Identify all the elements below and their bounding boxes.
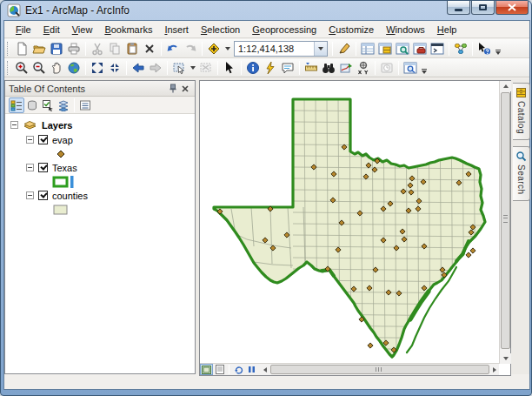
collapse-icon[interactable] — [26, 191, 34, 199]
tab-search[interactable]: Search — [513, 146, 530, 201]
list-by-visibility-button[interactable] — [40, 97, 56, 113]
scale-combobox[interactable]: 1:12,414,138 — [234, 41, 328, 57]
menu-bookmarks[interactable]: Bookmarks — [98, 23, 158, 37]
list-by-selection-button[interactable] — [56, 97, 71, 113]
fixed-zoom-out-button[interactable] — [106, 59, 123, 77]
find-button[interactable] — [320, 59, 337, 77]
go-forward-extent-button[interactable] — [147, 59, 164, 77]
counties-visibility-checkbox[interactable] — [38, 191, 48, 200]
collapse-icon[interactable] — [26, 136, 34, 144]
layer-label-texas[interactable]: Texas — [52, 163, 77, 173]
toolbar-overflow-button[interactable] — [493, 40, 503, 57]
menu-file[interactable]: File — [10, 23, 37, 37]
delete-button[interactable] — [141, 40, 158, 57]
python-window-button[interactable] — [429, 40, 446, 57]
map-vertical-scrollbar[interactable] — [499, 81, 510, 364]
toolbar-overflow-button[interactable] — [419, 59, 429, 77]
tree-row-evap[interactable]: evap — [10, 132, 195, 147]
toc-pin-button[interactable] — [167, 83, 179, 95]
select-features-dropdown[interactable] — [188, 59, 197, 77]
full-extent-button[interactable] — [65, 59, 83, 77]
scroll-down-button[interactable] — [500, 353, 511, 364]
menu-customize[interactable]: Customize — [323, 23, 380, 37]
select-elements-button[interactable] — [221, 59, 238, 77]
menu-windows[interactable]: Windows — [380, 23, 431, 37]
menu-help[interactable]: Help — [431, 23, 463, 37]
list-by-drawing-order-button[interactable] — [9, 97, 24, 113]
toc-options-button[interactable] — [77, 97, 93, 113]
texas-visibility-checkbox[interactable] — [38, 163, 48, 172]
new-map-button[interactable] — [13, 40, 30, 57]
vertical-scroll-thumb[interactable] — [501, 92, 510, 349]
scroll-left-button[interactable] — [260, 364, 269, 375]
layers-root-label[interactable]: Layers — [42, 120, 72, 131]
zoom-in-button[interactable] — [13, 59, 30, 77]
cut-button[interactable] — [89, 40, 106, 57]
evap-visibility-checkbox[interactable] — [38, 135, 48, 144]
modelbuilder-button[interactable] — [452, 40, 469, 57]
menu-edit[interactable]: Edit — [37, 23, 66, 37]
pause-drawing-button[interactable] — [245, 364, 258, 375]
scale-dropdown-button[interactable] — [314, 42, 327, 56]
measure-button[interactable] — [303, 59, 320, 77]
copy-button[interactable] — [106, 40, 123, 57]
menu-insert[interactable]: Insert — [158, 23, 195, 37]
layout-view-button[interactable] — [213, 364, 226, 375]
close-button[interactable] — [495, 1, 529, 15]
paste-button[interactable] — [123, 40, 141, 57]
scroll-up-button[interactable] — [500, 81, 511, 91]
minimize-button[interactable] — [447, 1, 470, 15]
data-view-button[interactable] — [200, 364, 213, 375]
table-of-contents-window-button[interactable] — [359, 40, 376, 57]
collapse-icon[interactable] — [26, 164, 34, 171]
undo-button[interactable] — [164, 40, 182, 57]
menu-geoprocessing[interactable]: Geoprocessing — [246, 23, 323, 37]
identify-button[interactable] — [244, 59, 262, 77]
list-by-source-button[interactable] — [24, 97, 40, 113]
map-horizontal-scrollbar[interactable] — [260, 364, 499, 375]
fixed-zoom-in-button[interactable] — [89, 59, 106, 77]
find-route-button[interactable] — [337, 59, 355, 77]
arctoolbox-window-button[interactable] — [411, 40, 429, 57]
clear-selection-button[interactable] — [197, 59, 215, 77]
refresh-view-button[interactable] — [232, 364, 245, 375]
redo-button[interactable] — [182, 40, 199, 57]
search-window-button[interactable] — [394, 40, 411, 57]
print-button[interactable] — [65, 40, 83, 57]
layer-label-evap[interactable]: evap — [52, 135, 73, 145]
tree-row-texas[interactable]: Texas — [10, 160, 195, 175]
save-button[interactable] — [48, 40, 65, 57]
map-view[interactable] — [199, 80, 511, 376]
time-slider-button[interactable] — [378, 59, 396, 77]
horizontal-scroll-thumb[interactable] — [270, 365, 489, 374]
maximize-button[interactable] — [471, 1, 495, 15]
layer-label-counties[interactable]: counties — [52, 191, 88, 201]
title-bar[interactable]: Ex1 - ArcMap - ArcInfo — [1, 1, 532, 20]
toc-close-button[interactable] — [179, 83, 191, 95]
hyperlink-button[interactable] — [262, 59, 279, 77]
html-popup-button[interactable] — [279, 59, 296, 77]
scroll-right-button[interactable] — [489, 364, 499, 375]
whats-this-button[interactable] — [475, 40, 493, 57]
go-back-extent-button[interactable] — [130, 59, 147, 77]
collapse-icon[interactable] — [10, 121, 18, 129]
menu-selection[interactable]: Selection — [195, 23, 246, 37]
select-features-button[interactable] — [170, 59, 188, 77]
editor-toolbar-button[interactable] — [336, 40, 353, 57]
go-to-xy-button[interactable] — [355, 59, 372, 77]
tab-catalog[interactable]: Catalog — [513, 83, 530, 140]
add-data-button[interactable] — [205, 40, 223, 57]
toc-header[interactable]: Table Of Contents — [5, 81, 195, 97]
pan-button[interactable] — [48, 59, 65, 77]
create-viewer-window-button[interactable] — [402, 59, 419, 77]
tree-row-layers[interactable]: Layers — [10, 117, 195, 132]
toolbar-grip[interactable] — [7, 42, 10, 56]
zoom-out-button[interactable] — [30, 59, 48, 77]
tree-row-counties[interactable]: counties — [10, 188, 195, 203]
menu-view[interactable]: View — [66, 23, 99, 37]
toolbar-grip[interactable] — [7, 61, 10, 75]
catalog-window-button[interactable] — [376, 40, 394, 57]
open-button[interactable] — [30, 40, 48, 57]
add-data-dropdown[interactable] — [223, 40, 232, 57]
map-canvas[interactable] — [200, 81, 499, 364]
